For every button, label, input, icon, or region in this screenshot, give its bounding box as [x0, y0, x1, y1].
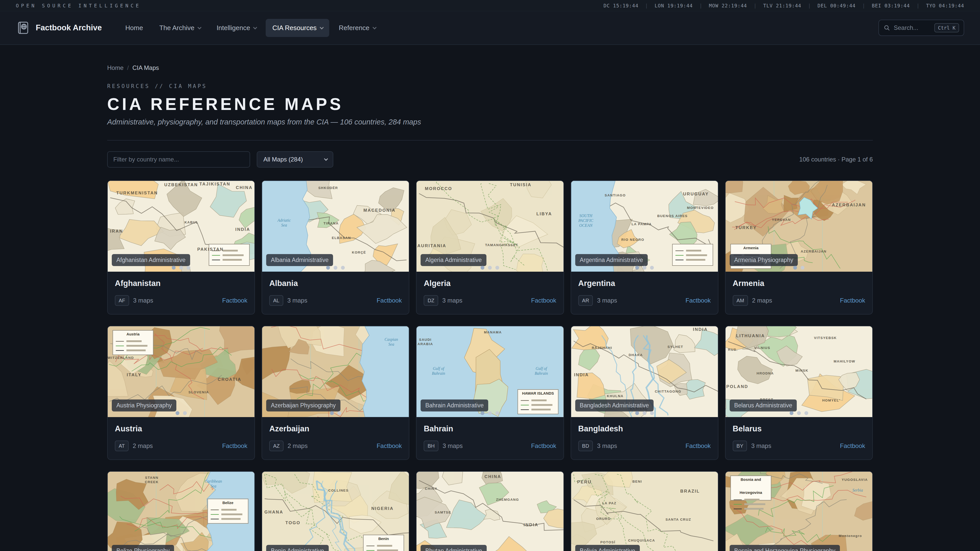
carousel-dot[interactable]: [650, 266, 654, 270]
factbook-link[interactable]: Factbook: [840, 297, 865, 304]
svg-text:MAURITANIA: MAURITANIA: [417, 243, 446, 248]
carousel-dot[interactable]: [488, 411, 492, 415]
svg-text:TURKEY: TURKEY: [735, 225, 757, 230]
factbook-link[interactable]: Factbook: [377, 442, 402, 449]
map-thumbnail[interactable]: CHINACHINAINDIASAMTSEZHEMGANG Bhutan Adm…: [417, 472, 563, 551]
carousel-dots[interactable]: [262, 266, 409, 270]
map-thumbnail[interactable]: BeninGHANATOGONIGERIACOLLINES Benin Admi…: [262, 472, 409, 551]
map-thumbnail[interactable]: Bosnia andHerzegovinaYUGOSLAVIASerbiaMon…: [725, 472, 872, 551]
carousel-dots[interactable]: [725, 266, 872, 270]
carousel-dot[interactable]: [186, 266, 190, 270]
country-card[interactable]: HAWAR ISLANDSMANAMASAUDIARABIAGulf ofBah…: [416, 326, 564, 460]
carousel-dot[interactable]: [183, 411, 187, 415]
carousel-dot[interactable]: [643, 266, 646, 270]
map-image: CHINACHINAINDIASAMTSEZHEMGANG: [417, 472, 563, 551]
country-card[interactable]: BelizeCaribbeanSeaSTANNCREEKTOLEDO Beliz…: [107, 471, 255, 551]
carousel-dot[interactable]: [337, 411, 341, 415]
carousel-dot[interactable]: [495, 266, 499, 270]
map-count: 2 maps: [288, 442, 308, 449]
nav-item-the-archive[interactable]: The Archive: [153, 19, 207, 37]
carousel-dots[interactable]: [571, 411, 718, 415]
nav-item-reference[interactable]: Reference: [332, 19, 382, 37]
carousel-dot[interactable]: [172, 266, 176, 270]
country-card[interactable]: BeninGHANATOGONIGERIACOLLINES Benin Admi…: [262, 471, 409, 551]
map-thumbnail[interactable]: LITHUANIARUS.VILNIUSVITSYEBSKMINSKMAHILY…: [725, 326, 872, 417]
carousel-dot[interactable]: [480, 411, 484, 415]
map-type-tag: Bolivia Administrative: [575, 545, 640, 551]
maps-filter-select[interactable]: All Maps (284): [257, 151, 333, 168]
country-card[interactable]: ArmeniaTURKEYAZERBAIJANAZERBAIJANYEREVAN…: [725, 180, 873, 314]
country-card[interactable]: PERUBRAZILBENILA PAZORUROSANTA CRUZPOTOS…: [571, 471, 718, 551]
carousel-dot[interactable]: [797, 411, 801, 415]
carousel-dot[interactable]: [793, 266, 797, 270]
carousel-dot[interactable]: [334, 266, 337, 270]
factbook-link[interactable]: Factbook: [686, 442, 711, 449]
country-card[interactable]: SOUTHPACIFICOCEANSANTIAGOURUGUAYBUENOS A…: [571, 180, 718, 314]
map-thumbnail[interactable]: PERUBRAZILBENILA PAZORUROSANTA CRUZPOTOS…: [571, 472, 718, 551]
carousel-dots[interactable]: [108, 411, 255, 415]
map-thumbnail[interactable]: BelizeCaribbeanSeaSTANNCREEKTOLEDO Beliz…: [108, 472, 255, 551]
country-filter-input[interactable]: [107, 151, 250, 168]
country-card[interactable]: CHINACHINAINDIASAMTSEZHEMGANG Bhutan Adm…: [416, 471, 564, 551]
country-card[interactable]: MOROCCOTUNISIALIBYAMAURITANIATAMANGHASSE…: [416, 180, 564, 314]
country-card[interactable]: INDIAINDIARĀJSHAHIDHAKASYLHETKHULNACHITT…: [571, 326, 718, 460]
country-card[interactable]: CaspianSea Azerbaijan Physiography Azerb…: [262, 326, 409, 460]
map-thumbnail[interactable]: HAWAR ISLANDSMANAMASAUDIARABIAGulf ofBah…: [417, 326, 563, 417]
country-card[interactable]: AdriaticSeaSHKODËRMACEDONIATIRANAELBASAN…: [262, 180, 409, 314]
search-icon: [883, 24, 890, 31]
map-thumbnail[interactable]: CaspianSea Azerbaijan Physiography: [262, 326, 409, 417]
card-meta: AL 3 maps Factbook: [269, 295, 402, 306]
factbook-link[interactable]: Factbook: [531, 297, 556, 304]
carousel-dot[interactable]: [650, 411, 654, 415]
carousel-dot[interactable]: [800, 266, 804, 270]
svg-text:VILNIUS: VILNIUS: [754, 346, 770, 350]
carousel-dot[interactable]: [480, 266, 484, 270]
factbook-link[interactable]: Factbook: [840, 442, 865, 449]
carousel-dots[interactable]: [725, 411, 872, 415]
factbook-link[interactable]: Factbook: [531, 442, 556, 449]
factbook-link[interactable]: Factbook: [686, 297, 711, 304]
search-box[interactable]: Search... Ctrl K: [878, 20, 964, 36]
breadcrumb-home-link[interactable]: Home: [107, 64, 124, 71]
svg-text:Belize: Belize: [223, 500, 234, 505]
country-card[interactable]: LITHUANIARUS.VILNIUSVITSYEBSKMINSKMAHILY…: [725, 326, 873, 460]
carousel-dot[interactable]: [790, 411, 794, 415]
carousel-dot[interactable]: [635, 266, 639, 270]
carousel-dot[interactable]: [176, 411, 180, 415]
top-ticker: OPEN SOURCE INTELLIGENCE DC 15:19:44|LON…: [0, 0, 980, 11]
carousel-dot[interactable]: [330, 411, 334, 415]
carousel-dots[interactable]: [262, 411, 409, 415]
carousel-dot[interactable]: [488, 266, 492, 270]
svg-text:MONTEVIDEO: MONTEVIDEO: [687, 206, 714, 210]
carousel-dots[interactable]: [571, 266, 718, 270]
nav-item-cia-resources[interactable]: CIA Resources: [266, 19, 329, 37]
country-code-badge: AZ: [269, 441, 283, 451]
factbook-link[interactable]: Factbook: [377, 297, 402, 304]
factbook-link[interactable]: Factbook: [222, 297, 247, 304]
carousel-dots[interactable]: [108, 266, 255, 270]
map-thumbnail[interactable]: INDIAINDIARĀJSHAHIDHAKASYLHETKHULNACHITT…: [571, 326, 718, 417]
carousel-dot[interactable]: [326, 266, 330, 270]
svg-text:HOMYEL': HOMYEL': [822, 399, 840, 402]
carousel-dot[interactable]: [341, 266, 345, 270]
country-card[interactable]: TURKMENISTANUZBEKISTANTAJIKISTANCHINAIRA…: [107, 180, 255, 314]
map-thumbnail[interactable]: AdriaticSeaSHKODËRMACEDONIATIRANAELBASAN…: [262, 181, 409, 272]
factbook-link[interactable]: Factbook: [222, 442, 247, 449]
carousel-dot[interactable]: [643, 411, 646, 415]
carousel-dots[interactable]: [417, 266, 563, 270]
nav-item-home[interactable]: Home: [119, 19, 150, 37]
carousel-dot[interactable]: [179, 266, 183, 270]
map-thumbnail[interactable]: SOUTHPACIFICOCEANSANTIAGOURUGUAYBUENOS A…: [571, 181, 718, 272]
map-thumbnail[interactable]: AustriaSWITZERLANDITALYCROATIASLOVENIA A…: [108, 326, 255, 417]
carousel-dot[interactable]: [804, 411, 808, 415]
nav-item-intelligence[interactable]: Intelligence: [210, 19, 263, 37]
carousel-dot[interactable]: [635, 411, 639, 415]
map-thumbnail[interactable]: TURKMENISTANUZBEKISTANTAJIKISTANCHINAIRA…: [108, 181, 255, 272]
map-thumbnail[interactable]: ArmeniaTURKEYAZERBAIJANAZERBAIJANYEREVAN…: [725, 181, 872, 272]
country-card[interactable]: AustriaSWITZERLANDITALYCROATIASLOVENIA A…: [107, 326, 255, 460]
country-card[interactable]: Bosnia andHerzegovinaYUGOSLAVIASerbiaMon…: [725, 471, 873, 551]
carousel-dot[interactable]: [495, 411, 499, 415]
map-thumbnail[interactable]: MOROCCOTUNISIALIBYAMAURITANIATAMANGHASSE…: [417, 181, 563, 272]
carousel-dots[interactable]: [417, 411, 563, 415]
card-meta: AT 2 maps Factbook: [115, 441, 247, 451]
